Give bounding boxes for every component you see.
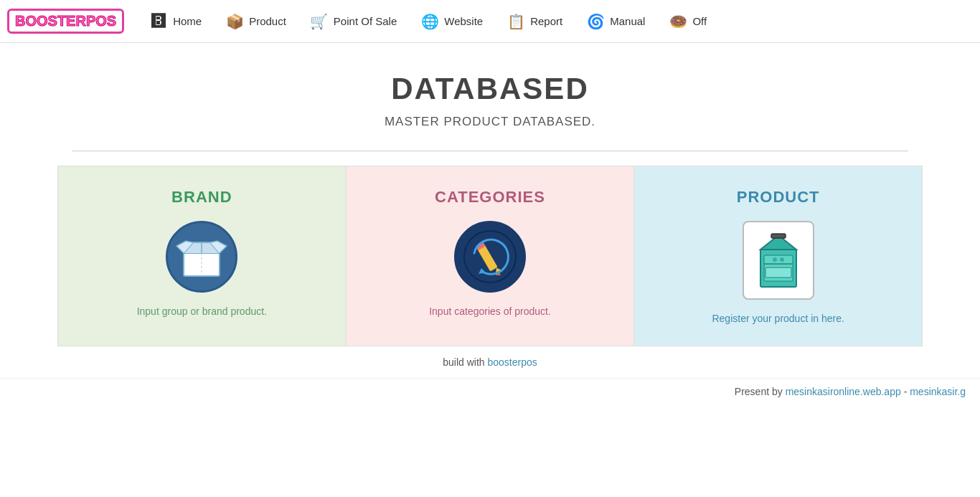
nav-label-manual: Manual [610,15,645,27]
brand-icon-wrapper [166,221,237,293]
nav-item-report[interactable]: 📋 Report [496,6,573,37]
build-link[interactable]: boosterpos [487,356,537,368]
logo[interactable]: BOOSTERPOS [7,9,124,34]
brand-card-desc: Input group or brand product. [137,306,267,317]
card-product[interactable]: PRODUCT Register your produc [633,166,922,346]
svg-point-15 [780,257,784,262]
nav-label-off: Off [692,15,707,27]
svg-rect-11 [771,234,786,238]
categories-icon [461,228,519,285]
page-subtitle: MASTER PRODUCT DATABASED. [14,115,966,129]
footer-present: Present by mesinkasironline.web.app - me… [0,378,980,404]
website-icon: 🌐 [420,11,440,32]
manual-icon: 🌀 [585,11,606,32]
categories-icon-wrapper [454,221,526,293]
nav-item-home[interactable]: 🅱 Home [138,6,212,37]
report-icon: 📋 [506,11,526,32]
nav-item-manual[interactable]: 🌀 Manual [575,6,655,37]
logo-text: BOOSTERPOS [15,13,116,29]
product-icon-wrapper [743,221,814,300]
present-link2[interactable]: mesinkasir.g [910,386,966,397]
main-content: DATABASED MASTER PRODUCT DATABASED. [0,43,980,166]
footer-build: build with boosterpos [0,346,980,378]
nav-label-product: Product [249,15,286,27]
product-icon [750,228,807,293]
divider [72,151,908,151]
home-icon: 🅱 [149,11,169,32]
card-categories[interactable]: CATEGORIES Input categories of product. [346,166,634,346]
nav-item-off[interactable]: 🍩 Off [658,6,717,37]
present-text: Present by [735,386,783,397]
present-link1[interactable]: mesinkasironline.web.app [786,386,901,397]
nav-item-product[interactable]: 📦 Product [215,6,296,37]
nav-label-website: Website [444,15,483,27]
svg-rect-16 [765,268,791,278]
brand-card-title: BRAND [171,188,232,207]
product-card-desc: Register your product in here. [712,313,844,324]
pos-icon: 🛒 [309,11,329,32]
nav-label-report: Report [530,15,562,27]
card-brand[interactable]: BRAND Input group or brand product. [58,166,346,346]
product-icon: 📦 [225,11,245,32]
brand-icon [173,228,230,285]
off-icon: 🍩 [668,11,688,32]
build-text: build with [443,356,484,368]
present-separator: - [904,386,908,397]
navbar: BOOSTERPOS 🅱 Home 📦 Product 🛒 Point Of S… [0,0,980,43]
nav-items: 🅱 Home 📦 Product 🛒 Point Of Sale 🌐 Websi… [138,6,717,37]
product-card-title: PRODUCT [737,188,820,207]
nav-item-website[interactable]: 🌐 Website [410,6,493,37]
svg-rect-0 [184,253,220,276]
nav-label-pos: Point Of Sale [334,15,397,27]
nav-item-pos[interactable]: 🛒 Point Of Sale [299,6,407,37]
page-title: DATABASED [14,72,966,106]
categories-card-title: CATEGORIES [435,188,545,207]
svg-point-14 [773,257,777,262]
categories-card-desc: Input categories of product. [429,306,551,317]
nav-label-home: Home [173,15,202,27]
cards-container: BRAND Input group or brand product. CATE… [57,166,923,346]
